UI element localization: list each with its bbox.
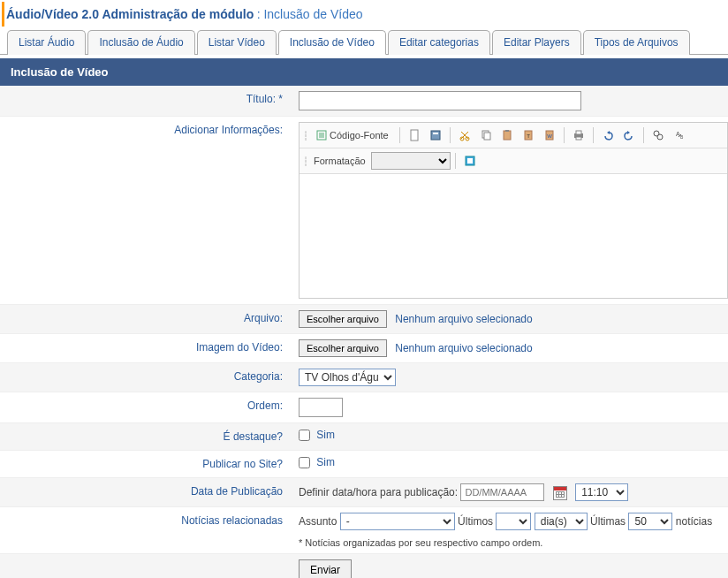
row-destaque: É destaque? Sim xyxy=(0,423,728,451)
arquivo-status: Nenhum arquivo selecionado xyxy=(395,313,532,325)
paste-icon[interactable] xyxy=(497,125,517,145)
ultimos-label: Últimos xyxy=(458,515,493,528)
label-categoria: Categoria: xyxy=(0,363,292,390)
publicar-sim-label: Sim xyxy=(316,456,335,468)
paste-word-icon[interactable]: W xyxy=(540,125,559,145)
row-arquivo: Arquivo: Escolher arquivo Nenhum arquivo… xyxy=(0,305,728,334)
row-info: Adicionar Informações: ┆ Código-Fonte xyxy=(0,117,728,305)
row-titulo: Título: * xyxy=(0,86,728,117)
preview-icon[interactable] xyxy=(426,125,445,145)
row-ordem: Ordem: xyxy=(0,392,728,423)
show-blocks-icon[interactable] xyxy=(460,151,480,171)
ordem-input[interactable] xyxy=(299,398,343,417)
ultimas-label: Últimas xyxy=(590,515,626,528)
ultimos-select[interactable] xyxy=(496,513,531,530)
tab-inclusao-audio[interactable]: Inclusão de Áudio xyxy=(87,30,194,55)
source-button[interactable]: Código-Fonte xyxy=(310,125,395,145)
redo-icon[interactable] xyxy=(619,125,639,145)
svg-rect-5 xyxy=(431,131,440,140)
label-ordem: Ordem: xyxy=(0,392,292,419)
tab-listar-video[interactable]: Listar Vídeo xyxy=(197,30,277,55)
svg-rect-12 xyxy=(484,133,490,140)
page-header: Áudio/Vídeo 2.0 Administração de módulo … xyxy=(2,2,726,27)
svg-marker-23 xyxy=(627,131,630,134)
header-subtitle: : Inclusão de Vídeo xyxy=(257,7,363,21)
editor-toolbar-1: ┆ Código-Fonte xyxy=(300,123,727,148)
svg-text:W: W xyxy=(547,133,552,139)
svg-text:T: T xyxy=(527,133,530,139)
header-title: Áudio/Vídeo 2.0 Administração de módulo xyxy=(6,7,254,21)
label-noticias: Notícias relacionadas xyxy=(0,507,292,534)
label-info: Adicionar Informações: xyxy=(0,117,292,143)
time-select[interactable]: 11:10 xyxy=(575,483,628,501)
row-noticias: Notícias relacionadas Assunto - Últimos … xyxy=(0,507,728,554)
paste-text-icon[interactable]: T xyxy=(519,125,538,145)
svg-point-25 xyxy=(657,134,663,140)
label-publicar: Publicar no Site? xyxy=(0,451,292,477)
row-imagem: Imagem do Vídeo: Escolher arquivo Nenhum… xyxy=(0,334,728,363)
label-imagem: Imagem do Vídeo: xyxy=(0,334,292,361)
tab-editar-players[interactable]: Editar Players xyxy=(492,30,581,55)
datapub-prefix: Definir data/hora para publicação: xyxy=(299,486,458,498)
row-submit: Enviar xyxy=(0,554,728,578)
calendar-icon[interactable] xyxy=(553,486,567,500)
replace-icon[interactable]: AB xyxy=(670,125,689,145)
arquivo-choose-button[interactable]: Escolher arquivo xyxy=(299,310,387,328)
label-datapub: Data de Publicação xyxy=(0,478,292,505)
row-datapub: Data de Publicação Definir data/hora par… xyxy=(0,478,728,507)
tab-inclusao-video[interactable]: Inclusão de Vídeo xyxy=(278,30,386,55)
tab-listar-audio[interactable]: Listar Áudio xyxy=(7,30,86,55)
row-publicar: Publicar no Site? Sim xyxy=(0,451,728,478)
categoria-select[interactable]: TV Olhos d'Água xyxy=(299,369,396,386)
svg-rect-29 xyxy=(467,158,473,164)
editor-toolbar-2: ┆ Formatação xyxy=(300,148,727,174)
find-icon[interactable] xyxy=(648,125,668,145)
label-destaque: É destaque? xyxy=(0,423,292,450)
publicar-checkbox[interactable] xyxy=(299,457,310,468)
format-select[interactable] xyxy=(371,152,451,170)
assunto-label: Assunto xyxy=(299,515,337,528)
tab-tipos-arquivos[interactable]: Tipos de Arquivos xyxy=(583,30,690,55)
enviar-button[interactable]: Enviar xyxy=(299,559,352,578)
source-button-label: Código-Fonte xyxy=(330,130,389,141)
row-categoria: Categoria: TV Olhos d'Água xyxy=(0,363,728,392)
cut-icon[interactable] xyxy=(455,125,474,145)
destaque-checkbox[interactable] xyxy=(299,430,310,441)
label-arquivo: Arquivo: xyxy=(0,305,292,331)
new-page-icon[interactable] xyxy=(405,125,424,145)
svg-marker-22 xyxy=(607,131,610,134)
svg-rect-14 xyxy=(505,130,509,132)
count-select[interactable]: 50 xyxy=(628,513,672,530)
date-input[interactable] xyxy=(460,483,544,501)
toolbar-grip-icon: ┆ xyxy=(303,131,308,141)
undo-icon[interactable] xyxy=(598,125,618,145)
format-label: Formatação xyxy=(310,156,369,166)
imagem-status: Nenhum arquivo selecionado xyxy=(395,342,532,354)
assunto-select[interactable]: - xyxy=(340,513,455,530)
svg-rect-13 xyxy=(504,131,511,140)
richtext-editor: ┆ Código-Fonte xyxy=(299,122,728,299)
editor-textarea[interactable] xyxy=(300,174,727,298)
print-icon[interactable] xyxy=(569,125,588,145)
noticias-word: notícias xyxy=(676,515,712,528)
panel-title: Inclusão de Vídeo xyxy=(0,58,728,86)
tabs-bar: Listar Áudio Inclusão de Áudio Listar Ví… xyxy=(0,30,728,55)
titulo-input[interactable] xyxy=(299,91,581,110)
toolbar-grip-icon: ┆ xyxy=(303,156,308,166)
svg-rect-21 xyxy=(576,137,581,140)
svg-rect-20 xyxy=(576,131,581,134)
destaque-sim-label: Sim xyxy=(316,429,335,441)
imagem-choose-button[interactable]: Escolher arquivo xyxy=(299,339,387,357)
label-titulo: Título: * xyxy=(0,86,292,112)
svg-rect-6 xyxy=(433,133,438,134)
svg-rect-4 xyxy=(411,130,418,141)
unit-select[interactable]: dia(s) xyxy=(535,513,588,530)
tab-editar-categorias[interactable]: Editar categorias xyxy=(388,30,490,55)
noticias-note: * Notícias organizadas por seu respectiv… xyxy=(299,537,721,548)
copy-icon[interactable] xyxy=(476,125,496,145)
